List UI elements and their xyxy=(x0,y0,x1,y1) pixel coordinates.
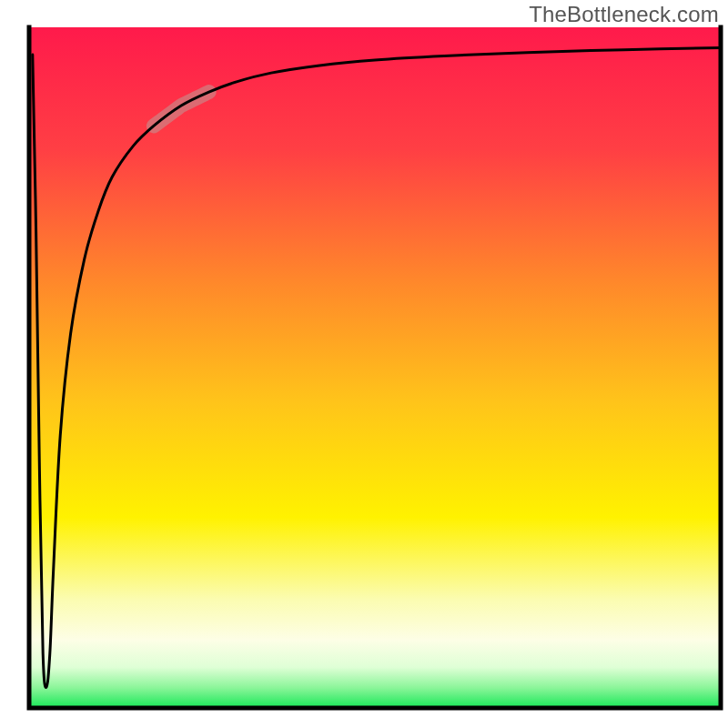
gradient-background xyxy=(29,27,721,708)
plot-area xyxy=(29,27,721,708)
bottleneck-curve-chart xyxy=(0,0,728,728)
watermark-text: TheBottleneck.com xyxy=(529,2,719,27)
chart-container: TheBottleneck.com xyxy=(0,0,728,728)
